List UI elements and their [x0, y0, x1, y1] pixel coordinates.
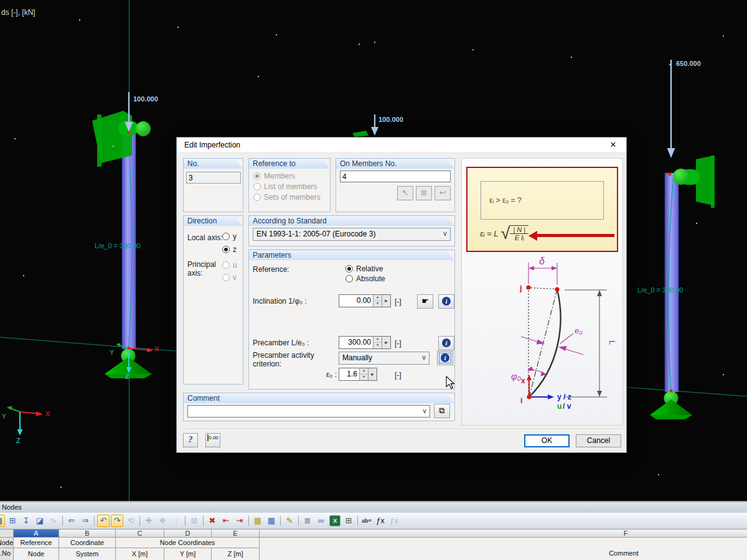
spin-down-icon[interactable]: ▼: [360, 375, 368, 380]
function-icon[interactable]: ƒx: [374, 515, 387, 527]
spin-down-icon[interactable]: ▼: [374, 343, 382, 348]
header-coordinate[interactable]: Coordinate: [59, 538, 116, 548]
inclination-value[interactable]: 0.00: [339, 295, 373, 307]
radio-absolute[interactable]: Absolute: [345, 274, 385, 283]
spin-up-icon[interactable]: ▲: [374, 295, 382, 301]
radio-sets-of-members[interactable]: Sets of members: [253, 193, 321, 202]
header-y-m[interactable]: Y [m]: [164, 548, 212, 560]
excel-export-icon[interactable]: X: [330, 516, 341, 526]
protocol-icon[interactable]: ≣: [301, 515, 314, 527]
inclination-info-button[interactable]: i: [438, 294, 454, 309]
calculator-icon[interactable]: ⊞: [342, 515, 355, 527]
column-split-icon[interactable]: ⋮: [170, 515, 182, 527]
imperfection-number-field[interactable]: [186, 172, 241, 184]
select-table-icon[interactable]: ▦: [265, 515, 278, 527]
header-system[interactable]: System: [59, 548, 116, 560]
column-header-d[interactable]: D: [164, 530, 212, 538]
highlight-table-icon[interactable]: ▦: [251, 515, 264, 527]
precamber-spinner[interactable]: ▲▼: [373, 337, 382, 348]
header-reference[interactable]: Reference: [14, 538, 59, 548]
header-z-m[interactable]: Z [m]: [212, 548, 260, 560]
insert-line-icon[interactable]: ⊞: [6, 515, 19, 527]
node-top-right[interactable]: [668, 172, 671, 175]
precamber-value[interactable]: 300.00: [339, 337, 373, 348]
table-mode-icon[interactable]: ▦: [0, 515, 5, 527]
load-arrow-right[interactable]: [667, 60, 675, 158]
radio-list-of-members[interactable]: List of members: [253, 182, 317, 191]
radio-relative[interactable]: Relative: [345, 264, 383, 273]
comment-input[interactable]: [189, 406, 420, 417]
result-curve-icon[interactable]: ∿: [47, 515, 60, 527]
precamber-input[interactable]: 300.00 ▲▼ ▸: [339, 336, 391, 349]
column-header-b[interactable]: B: [59, 530, 116, 538]
notes-icon[interactable]: ✎: [283, 515, 296, 527]
criterion-select[interactable]: Manually ∨: [339, 352, 430, 365]
nodes-panel-title[interactable]: Nodes: [0, 502, 747, 513]
table-diagram-icon[interactable]: ◪: [34, 515, 46, 527]
remove-row-icon[interactable]: ⇥: [233, 515, 246, 527]
table-corner-letter-cell[interactable]: [0, 530, 14, 538]
spin-up-icon[interactable]: ▲: [360, 368, 368, 375]
column-header-f[interactable]: F: [260, 530, 747, 538]
add-block-icon[interactable]: ✚: [143, 515, 155, 527]
help-button[interactable]: ?: [183, 433, 198, 447]
radio-local-z[interactable]: z: [222, 245, 237, 254]
binoculars-icon[interactable]: ∞: [315, 515, 327, 527]
block-select-icon[interactable]: ❖: [156, 515, 169, 527]
spin-up-icon[interactable]: ▲: [374, 337, 382, 343]
epsilon-input[interactable]: 1.6 ▲▼ ▸: [339, 368, 377, 381]
insert-row-icon[interactable]: ⇤: [220, 515, 232, 527]
support-top-left[interactable]: [92, 111, 151, 167]
previous-table-icon[interactable]: ⇐: [65, 515, 78, 527]
dialog-titlebar[interactable]: Edit Imperfection ✕: [177, 138, 626, 153]
delete-row-icon[interactable]: ✖: [206, 515, 218, 527]
epsilon-spinner[interactable]: ▲▼: [359, 368, 368, 380]
goto-line-icon[interactable]: ↧: [20, 515, 32, 527]
ok-button[interactable]: OK: [524, 434, 570, 447]
node-bottom-right[interactable]: [670, 390, 673, 393]
comment-combo[interactable]: ∨: [187, 405, 430, 418]
spin-down-icon[interactable]: ▼: [374, 301, 382, 307]
header-node-coordinates-group[interactable]: Node Coordinates: [116, 538, 260, 548]
comment-copy-button[interactable]: ⧉: [434, 404, 450, 418]
clear-selection-icon[interactable]: ⊠: [188, 515, 200, 527]
header-comment[interactable]: Comment: [260, 538, 747, 560]
on-members-field[interactable]: [340, 170, 451, 182]
member-column-left[interactable]: [122, 131, 136, 349]
refresh-icon[interactable]: ⟲: [125, 515, 137, 527]
rename-icon[interactable]: ab=: [360, 515, 373, 527]
inclination-slider-button[interactable]: ▸: [382, 295, 390, 307]
inclination-input[interactable]: 0.00 ▲▼ ▸: [339, 294, 391, 307]
radio-members[interactable]: Members: [253, 172, 295, 180]
radio-local-y[interactable]: y: [222, 232, 237, 241]
standard-select[interactable]: EN 1993-1-1: 2005-07 (Eurocode 3) ∨: [253, 228, 451, 241]
apply-hand-button[interactable]: ☛: [417, 294, 433, 309]
close-icon[interactable]: ✕: [605, 139, 621, 151]
column-header-e[interactable]: E: [212, 530, 260, 538]
revert-selection-button[interactable]: ↩: [435, 186, 451, 200]
redo-icon[interactable]: ↷: [111, 515, 123, 527]
support-top-right[interactable]: [673, 156, 715, 208]
epsilon-value[interactable]: 1.6: [339, 368, 359, 380]
inclination-spinner[interactable]: ▲▼: [373, 295, 382, 307]
pick-members-list-button[interactable]: ≣: [416, 186, 432, 200]
precamber-slider-button[interactable]: ▸: [382, 337, 390, 348]
radio-principal-v[interactable]: v: [222, 273, 237, 282]
pick-members-button[interactable]: ↖: [397, 186, 413, 200]
units-settings-button[interactable]: 0.00: [205, 433, 220, 447]
undo-icon[interactable]: ↶: [97, 515, 110, 527]
epsilon-slider-button[interactable]: ▸: [368, 368, 377, 380]
cancel-button[interactable]: Cancel: [576, 434, 621, 447]
support-top-middle[interactable]: [352, 131, 369, 137]
criterion-info-button[interactable]: i: [437, 351, 453, 365]
next-table-icon[interactable]: ⇒: [79, 515, 92, 527]
member-column-right[interactable]: [665, 173, 679, 392]
precamber-info-button[interactable]: i: [438, 336, 454, 350]
support-bottom-right[interactable]: [650, 391, 692, 420]
function-off-icon[interactable]: ƒx: [388, 515, 400, 527]
column-header-a[interactable]: A: [14, 530, 59, 538]
header-node[interactable]: Node: [14, 548, 59, 560]
column-header-c[interactable]: C: [116, 530, 164, 538]
header-x-m[interactable]: X [m]: [116, 548, 164, 560]
load-arrow-middle[interactable]: [371, 114, 378, 136]
